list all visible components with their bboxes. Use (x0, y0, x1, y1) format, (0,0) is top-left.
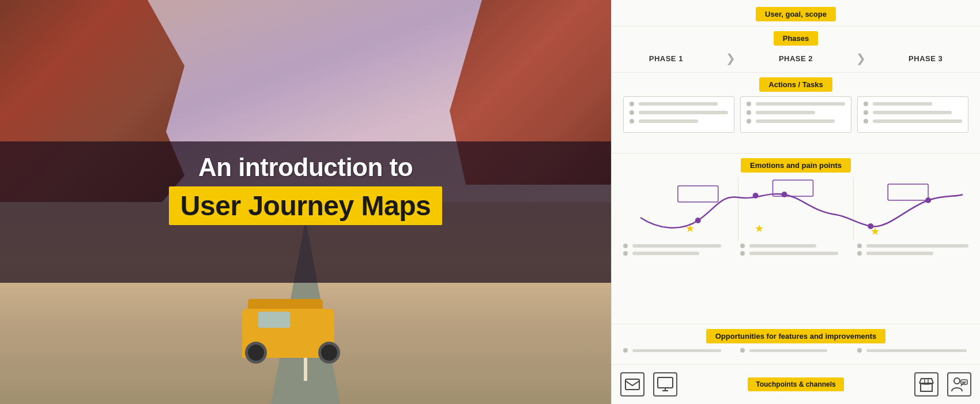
opp-dot (623, 348, 628, 353)
section-touchpoints: Touchpoints & channels (612, 365, 980, 404)
user-goal-badge: User, goal, scope (756, 7, 836, 21)
emotions-badge: Emotions and pain points (741, 158, 851, 173)
task-dot (740, 244, 745, 248)
task-dot (630, 119, 634, 124)
section-emotions: Emotions and pain points ★ (612, 154, 980, 324)
task-bar (873, 111, 952, 114)
main-title: User Journey Maps (180, 190, 431, 221)
task-dot (747, 110, 751, 115)
svg-rect-7 (678, 186, 718, 202)
title-area: An introduction to User Journey Maps (0, 141, 611, 237)
task-line (864, 102, 962, 106)
opp-col-3 (857, 348, 968, 353)
section-opportunities: Opportunities for features and improveme… (612, 324, 980, 365)
emotion-line (740, 251, 851, 256)
van-wheel-right (318, 342, 340, 364)
phases-header: Phases (623, 31, 968, 46)
email-icon-container (620, 372, 644, 396)
task-line (747, 102, 845, 106)
emotion-line (740, 244, 851, 248)
opp-line (740, 348, 851, 353)
task-line (864, 110, 962, 115)
task-bar (866, 252, 933, 255)
task-dot (857, 244, 862, 248)
section-user-goal: User, goal, scope (612, 0, 980, 27)
emotions-chart: ★ ★ ★ (623, 177, 968, 241)
person-chat-icon-container (947, 372, 971, 396)
task-bar (873, 102, 932, 106)
task-line (630, 110, 728, 115)
task-dot (630, 110, 634, 115)
task-line (630, 119, 728, 124)
task-line (747, 119, 845, 124)
store-icon-container (914, 372, 938, 396)
task-bar (749, 252, 838, 255)
task-dot (864, 119, 868, 124)
task-dot (630, 102, 634, 106)
opp-dots-row (623, 348, 968, 353)
left-panel: An introduction to User Journey Maps (0, 0, 611, 404)
opp-col-2 (740, 348, 851, 353)
touchpoints-badge: Touchpoints & channels (748, 377, 843, 391)
emotion-notes-grid (617, 244, 974, 259)
task-dot (623, 251, 628, 256)
title-highlight-box: User Journey Maps (169, 186, 442, 225)
task-bar (639, 102, 718, 106)
task-bar (873, 119, 962, 123)
task-bar (632, 244, 721, 248)
task-line (630, 102, 728, 106)
emotion-line (623, 244, 734, 248)
van-window (258, 312, 290, 328)
svg-point-3 (753, 193, 759, 199)
tasks-col-2 (740, 96, 851, 133)
task-bar (866, 244, 968, 248)
emotion-line (857, 244, 968, 248)
emotion-col-2 (740, 244, 851, 259)
monitor-icon (657, 377, 673, 392)
opp-line (623, 348, 734, 353)
right-panel: User, goal, scope Phases PHASE 1 ❯ PHASE… (611, 0, 980, 404)
touchpoints-badge-wrapper: Touchpoints & channels (686, 377, 906, 391)
tasks-col-1 (623, 96, 734, 133)
phase-arrow-2: ❯ (856, 51, 866, 65)
task-bar (756, 119, 835, 123)
person-chat-icon (951, 376, 968, 392)
svg-rect-9 (888, 184, 928, 200)
svg-point-20 (954, 378, 960, 384)
task-line (864, 119, 962, 124)
section-actions: Actions / Tasks (612, 73, 980, 154)
actions-badge: Actions / Tasks (759, 77, 832, 92)
phase-1-label: PHASE 1 (649, 54, 683, 63)
opp-bar (632, 349, 721, 352)
opp-dot (740, 348, 745, 353)
svg-rect-13 (625, 379, 639, 390)
task-dot (747, 119, 751, 124)
task-dot (740, 251, 745, 256)
task-dot (857, 251, 862, 256)
phase-2-label: PHASE 2 (779, 54, 813, 63)
opp-line (857, 348, 968, 353)
task-dot (623, 244, 628, 248)
task-bar (756, 111, 815, 114)
email-icon (625, 379, 640, 390)
phase-3-label: PHASE 3 (909, 54, 943, 63)
phases-row: PHASE 1 ❯ PHASE 2 ❯ PHASE 3 (623, 49, 968, 68)
van (236, 289, 352, 358)
monitor-icon-container (653, 372, 677, 396)
svg-rect-14 (658, 377, 673, 388)
intro-text: An introduction to (46, 153, 565, 182)
emotions-header: Emotions and pain points (617, 158, 974, 173)
task-bar (632, 252, 699, 255)
task-line (747, 110, 845, 115)
emotion-line (623, 251, 734, 256)
emotion-col-1 (623, 244, 734, 259)
task-dot (747, 102, 751, 106)
van-wheel-left (245, 342, 267, 364)
task-bar (756, 102, 845, 106)
tasks-grid (623, 96, 968, 133)
emotion-curve-svg: ★ ★ ★ (623, 177, 968, 241)
tasks-col-3 (857, 96, 968, 133)
task-bar (639, 119, 698, 123)
actions-header: Actions / Tasks (623, 77, 968, 92)
task-bar (639, 111, 728, 114)
